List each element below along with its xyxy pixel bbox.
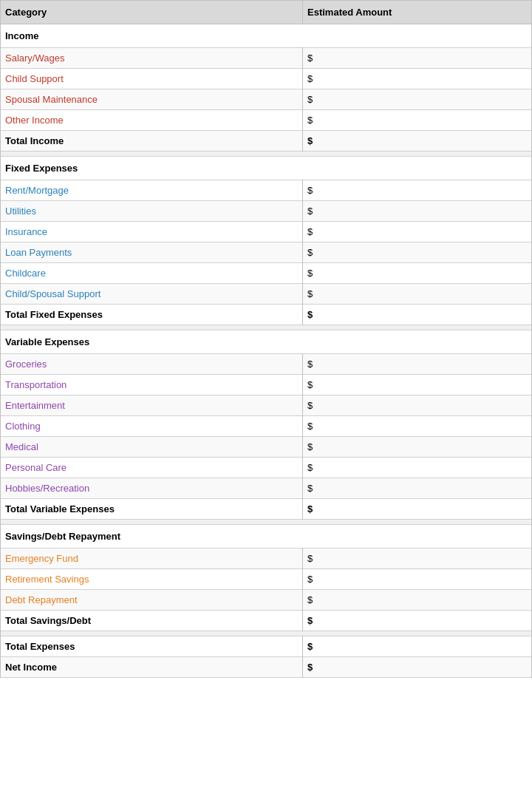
amount-cell[interactable]: $	[303, 458, 532, 478]
amount-cell[interactable]: $	[303, 263, 532, 284]
category-cell: Other Income	[1, 110, 303, 131]
amount-header: Estimated Amount	[303, 1, 532, 24]
section-header-row: Income	[1, 24, 532, 48]
category-cell: Childcare	[1, 263, 303, 284]
amount-cell[interactable]: $	[303, 611, 532, 631]
section-title: Savings/Debt Repayment	[1, 525, 532, 548]
category-cell: Groceries	[1, 354, 303, 375]
section-header-row: Savings/Debt Repayment	[1, 525, 532, 548]
table-row: Medical $	[1, 437, 532, 458]
amount-cell[interactable]: $	[303, 180, 532, 201]
amount-cell[interactable]: $	[303, 478, 532, 499]
category-cell: Transportation	[1, 375, 303, 395]
table-row: Childcare $	[1, 263, 532, 284]
table-row: Hobbies/Recreation $	[1, 478, 532, 499]
category-cell: Clothing	[1, 416, 303, 437]
category-cell: Entertainment	[1, 395, 303, 416]
amount-cell[interactable]: $	[303, 69, 532, 89]
table-row: Loan Payments $	[1, 242, 532, 263]
spacer-row	[1, 631, 532, 636]
category-cell: Rent/Mortgage	[1, 180, 303, 201]
amount-cell[interactable]: $	[303, 131, 532, 152]
category-cell: Total Savings/Debt	[1, 611, 303, 631]
amount-cell[interactable]: $	[303, 569, 532, 590]
table-row: Clothing $	[1, 416, 532, 437]
table-row: Salary/Wages $	[1, 48, 532, 69]
spacer-row	[1, 325, 532, 330]
amount-cell[interactable]: $	[303, 354, 532, 375]
amount-cell[interactable]: $	[303, 636, 532, 657]
amount-cell[interactable]: $	[303, 499, 532, 520]
category-cell: Salary/Wages	[1, 48, 303, 69]
category-cell: Retirement Savings	[1, 569, 303, 590]
table-row: Net Income $	[1, 657, 532, 678]
category-cell: Insurance	[1, 222, 303, 242]
table-row: Rent/Mortgage $	[1, 180, 532, 201]
table-row: Total Savings/Debt $	[1, 611, 532, 631]
category-cell: Utilities	[1, 201, 303, 222]
amount-cell[interactable]: $	[303, 110, 532, 131]
table-row: Retirement Savings $	[1, 569, 532, 590]
table-row: Total Income $	[1, 131, 532, 152]
table-row: Total Fixed Expenses $	[1, 305, 532, 325]
amount-cell[interactable]: $	[303, 305, 532, 325]
category-cell: Child Support	[1, 69, 303, 89]
category-cell: Debt Repayment	[1, 590, 303, 611]
category-header: Category	[1, 1, 303, 24]
amount-cell[interactable]: $	[303, 201, 532, 222]
category-cell: Hobbies/Recreation	[1, 478, 303, 499]
amount-cell[interactable]: $	[303, 395, 532, 416]
table-header-row: Category Estimated Amount	[1, 1, 532, 24]
table-row: Emergency Fund $	[1, 548, 532, 569]
table-row: Debt Repayment $	[1, 590, 532, 611]
table-row: Other Income $	[1, 110, 532, 131]
section-header-row: Fixed Expenses	[1, 157, 532, 180]
amount-cell[interactable]: $	[303, 222, 532, 242]
table-row: Child Support $	[1, 69, 532, 89]
amount-cell[interactable]: $	[303, 437, 532, 458]
amount-cell[interactable]: $	[303, 590, 532, 611]
table-row: Total Variable Expenses $	[1, 499, 532, 520]
category-cell: Personal Care	[1, 458, 303, 478]
amount-cell[interactable]: $	[303, 284, 532, 305]
table-row: Transportation $	[1, 375, 532, 395]
table-row: Utilities $	[1, 201, 532, 222]
category-cell: Total Expenses	[1, 636, 303, 657]
spacer-row	[1, 152, 532, 157]
table-row: Child/Spousal Support $	[1, 284, 532, 305]
category-cell: Medical	[1, 437, 303, 458]
section-title: Fixed Expenses	[1, 157, 532, 180]
amount-cell[interactable]: $	[303, 548, 532, 569]
table-row: Personal Care $	[1, 458, 532, 478]
category-cell: Child/Spousal Support	[1, 284, 303, 305]
amount-cell[interactable]: $	[303, 48, 532, 69]
amount-cell[interactable]: $	[303, 375, 532, 395]
category-cell: Loan Payments	[1, 242, 303, 263]
category-cell: Total Variable Expenses	[1, 499, 303, 520]
category-cell: Emergency Fund	[1, 548, 303, 569]
amount-cell[interactable]: $	[303, 657, 532, 678]
table-row: Total Expenses $	[1, 636, 532, 657]
amount-cell[interactable]: $	[303, 242, 532, 263]
category-cell: Total Fixed Expenses	[1, 305, 303, 325]
table-row: Spousal Maintenance $	[1, 89, 532, 110]
section-title: Income	[1, 24, 532, 48]
amount-cell[interactable]: $	[303, 89, 532, 110]
category-cell: Spousal Maintenance	[1, 89, 303, 110]
amount-cell[interactable]: $	[303, 416, 532, 437]
section-header-row: Variable Expenses	[1, 330, 532, 354]
category-cell: Total Income	[1, 131, 303, 152]
section-title: Variable Expenses	[1, 330, 532, 354]
spacer-row	[1, 520, 532, 525]
table-row: Insurance $	[1, 222, 532, 242]
budget-table: Category Estimated Amount Income Salary/…	[0, 0, 532, 678]
table-row: Groceries $	[1, 354, 532, 375]
category-cell: Net Income	[1, 657, 303, 678]
table-row: Entertainment $	[1, 395, 532, 416]
